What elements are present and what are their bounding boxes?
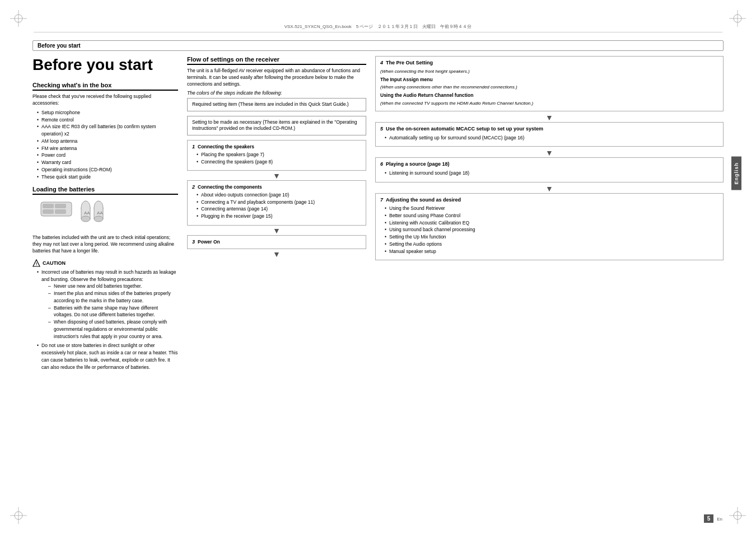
step5-title: 5 Use the on-screen automatic MCACC setu…: [380, 125, 718, 133]
flow-step-2: 2 Connecting the components About video …: [187, 180, 366, 226]
flow-step-1: 1 Connecting the speakers Placing the sp…: [187, 140, 366, 171]
right-step-4: 4 The Pre Out Setting (When connecting t…: [375, 56, 724, 111]
svg-point-25: [94, 216, 103, 222]
right-column: English 4 The Pre Out Setting (When conn…: [375, 56, 724, 506]
step4-italic3: (When the connected TV supports the HDMI…: [380, 100, 718, 107]
corner-mark-br: [729, 507, 746, 524]
step6-title: 6 Playing a source (page 18): [380, 161, 718, 168]
svg-text:!: !: [36, 262, 37, 266]
right-step-6: 6 Playing a source (page 18) Listening i…: [375, 157, 724, 182]
flow-title: Flow of settings on the receiver: [187, 56, 366, 65]
step4-subtitle1: The Input Assign menu: [380, 76, 718, 83]
flow-box-optional: Setting to be made as necessary (These i…: [187, 116, 366, 136]
step5-bullets: Automatically setting up for surround so…: [380, 134, 718, 142]
step4-italic2: (When using connections other than the r…: [380, 84, 718, 91]
list-item: Remote control: [37, 116, 178, 124]
page-number-suffix: En: [717, 517, 722, 522]
step7-bullets: Using the Sound Retriever Better sound u…: [380, 205, 718, 255]
caution-icon: !: [32, 259, 40, 267]
svg-text:AA: AA: [97, 210, 103, 216]
list-item: About video outputs connection (page 10): [197, 191, 361, 199]
step7-title: 7 Adjusting the sound as desired: [380, 196, 718, 204]
caution-extra: Do not use or store batteries in direct …: [32, 342, 178, 371]
page-number-area: 5 En: [704, 514, 722, 523]
list-item: Listening in surround sound (page 18): [385, 170, 718, 177]
svg-rect-13: [43, 204, 54, 208]
list-item: Connecting antennas (page 14): [197, 205, 361, 213]
caution-header: ! CAUTION: [32, 259, 178, 267]
page-number-box: 5: [704, 514, 714, 523]
list-item: FM wire antenna: [37, 145, 178, 152]
right-step-5: 5 Use the on-screen automatic MCACC setu…: [375, 122, 724, 147]
list-item: Incorrect use of batteries may result in…: [37, 269, 178, 340]
list-item: Batteries with the same shape may have d…: [48, 305, 178, 319]
list-item: AAA size IEC R03 dry cell batteries (to …: [37, 123, 178, 138]
checking-intro: Please check that you've received the fo…: [32, 93, 178, 107]
list-item: Do not use or store batteries in direct …: [37, 342, 178, 371]
svg-rect-14: [55, 204, 66, 208]
svg-text:AA: AA: [84, 210, 90, 216]
list-item: Placing the speakers (page 7): [197, 151, 361, 158]
step4-title: 4 The Pre Out Setting: [380, 59, 718, 67]
corner-mark-bl: [10, 507, 27, 524]
list-item: Operating instructions (CD-ROM): [37, 166, 178, 174]
loading-title: Loading the batteries: [32, 186, 178, 195]
english-tab: English: [731, 157, 741, 190]
svg-point-19: [81, 216, 90, 222]
battery-illustration: AA AA: [38, 199, 105, 230]
list-item: Plugging in the receiver (page 15): [197, 213, 361, 220]
file-info: VSX-521_SYXCN_QSG_En.book 5 ページ ２０１１年３月１…: [34, 24, 722, 32]
corner-mark-tr: [729, 10, 746, 27]
checking-title: Checking what's in the box: [32, 82, 178, 91]
caution-sub-list: Never use new and old batteries together…: [41, 283, 178, 340]
flow-arrow-3: ▼: [187, 250, 366, 258]
list-item: Automatically setting up for surround so…: [385, 134, 718, 142]
left-column: Before you start Checking what's in the …: [32, 56, 178, 506]
list-item: Listening with Acoustic Calibration EQ: [385, 219, 718, 227]
section-header: Before you start: [32, 40, 724, 51]
right-arrow-4: ▼: [375, 114, 724, 121]
flow-intro: The unit is a full-fledged AV receiver e…: [187, 68, 366, 88]
list-item: Warranty card: [37, 159, 178, 166]
flow-italic: The colors of the steps indicate the fol…: [187, 90, 366, 96]
list-item: Using surround back channel processing: [385, 226, 718, 233]
list-item: Setup microphone: [37, 109, 178, 116]
right-step-7: 7 Adjusting the sound as desired Using t…: [375, 193, 724, 261]
step2-bullets: About video outputs connection (page 10)…: [192, 191, 361, 220]
step4-subtitle2: Using the Audio Return Channel function: [380, 92, 718, 99]
right-arrow-6: ▼: [375, 185, 724, 193]
list-item: When disposing of used batteries, please…: [48, 318, 178, 340]
list-item: Setting the Up Mix function: [385, 233, 718, 241]
list-item: Insert the plus and minus sides of the b…: [48, 290, 178, 305]
svg-rect-16: [55, 209, 66, 214]
flow-step-3: 3 Power On: [187, 235, 366, 250]
list-item: Setting the Audio options: [385, 241, 718, 248]
accessories-list: Setup microphone Remote control AAA size…: [32, 109, 178, 181]
loading-body: The batteries included with the unit are…: [32, 235, 178, 255]
flow-box-required: Required setting item (These items are i…: [187, 98, 366, 111]
list-item: Never use new and old batteries together…: [48, 283, 178, 290]
step4-italic1: (When connecting the front height speake…: [380, 68, 718, 75]
list-item: Power cord: [37, 152, 178, 159]
middle-column: Flow of settings on the receiver The uni…: [187, 56, 366, 506]
svg-rect-15: [43, 209, 54, 214]
flow-arrow-1: ▼: [187, 172, 366, 180]
list-item: Manual speaker setup: [385, 248, 718, 255]
step6-bullets: Listening in surround sound (page 18): [380, 170, 718, 177]
list-item: Connecting the speakers (page 8): [197, 158, 361, 166]
flow-arrow-2: ▼: [187, 227, 366, 235]
corner-mark-tl: [10, 10, 27, 27]
right-arrow-5: ▼: [375, 149, 724, 157]
step1-bullets: Placing the speakers (page 7) Connecting…: [192, 151, 361, 166]
caution-list: Incorrect use of batteries may result in…: [32, 269, 178, 340]
list-item: Using the Sound Retriever: [385, 205, 718, 212]
list-item: These quick start guide: [37, 174, 178, 181]
page-title: Before you start: [32, 56, 178, 74]
list-item: Better sound using Phase Control: [385, 212, 718, 219]
list-item: Connecting a TV and playback components …: [197, 199, 361, 206]
main-content: Before you start Checking what's in the …: [32, 56, 724, 506]
list-item: AM loop antenna: [37, 138, 178, 145]
